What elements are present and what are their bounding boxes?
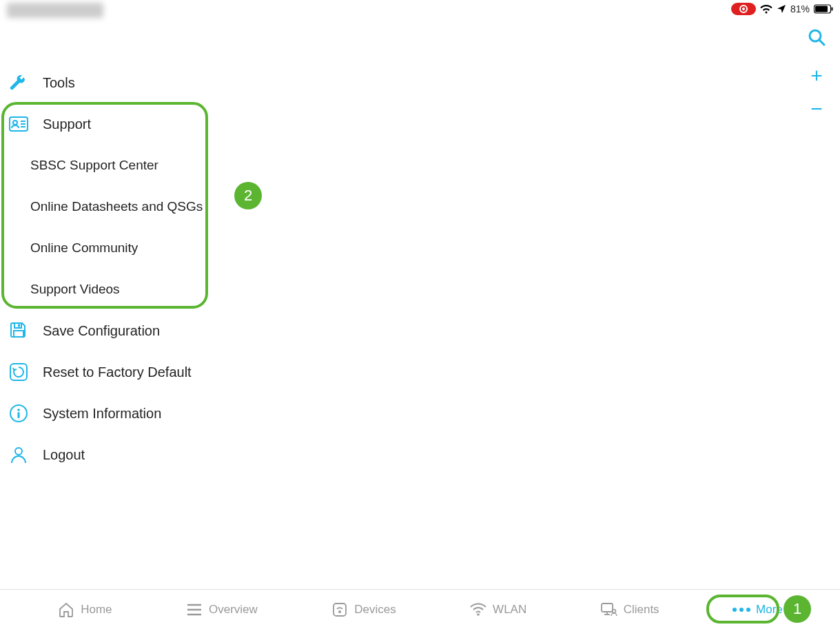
support-item[interactable]: Support (7, 103, 283, 145)
nav-wlan-label: WLAN (493, 603, 526, 617)
save-config-label: Save Configuration (43, 323, 160, 339)
map-tools: + − (807, 28, 826, 116)
zoom-out-button[interactable]: − (810, 102, 823, 116)
callout-badge-2: 2 (234, 182, 262, 209)
nav-more[interactable]: More (733, 601, 783, 619)
battery-percentage: 81% (790, 3, 810, 14)
floppy-disk-icon (7, 319, 30, 342)
window-title-blurred (7, 3, 103, 18)
recording-indicator-icon (731, 3, 756, 15)
wrench-icon (7, 71, 30, 94)
more-dots-icon (733, 601, 750, 619)
logout-item[interactable]: Logout (7, 434, 283, 475)
user-icon (7, 443, 30, 466)
svg-rect-16 (18, 412, 20, 418)
svg-rect-21 (334, 604, 346, 616)
factory-reset-item[interactable]: Reset to Factory Default (7, 351, 283, 393)
svg-rect-13 (10, 364, 27, 380)
nav-overview-label: Overview (209, 603, 258, 617)
svg-point-22 (338, 610, 341, 613)
support-label: Support (43, 116, 91, 132)
svg-rect-12 (14, 331, 23, 337)
home-icon (57, 601, 75, 619)
wifi-icon (760, 4, 772, 14)
nav-devices-label: Devices (354, 603, 396, 617)
info-icon (7, 402, 30, 425)
nav-home[interactable]: Home (57, 601, 112, 619)
nav-devices[interactable]: Devices (331, 601, 396, 619)
zoom-in-button[interactable]: + (810, 69, 823, 83)
device-icon (331, 601, 349, 619)
system-info-item[interactable]: System Information (7, 393, 283, 434)
nav-clients-label: Clients (624, 603, 659, 617)
bottom-nav: Home Overview Devices WLAN Clients More (0, 589, 840, 629)
reset-icon (7, 360, 30, 384)
id-card-icon (7, 112, 30, 136)
callout-badge-1: 1 (783, 595, 811, 623)
battery-icon (814, 4, 833, 14)
svg-point-15 (17, 409, 20, 411)
factory-reset-label: Reset to Factory Default (43, 364, 192, 380)
tools-item[interactable]: Tools (7, 62, 283, 103)
svg-rect-2 (832, 8, 833, 11)
svg-rect-11 (18, 324, 20, 327)
support-sub-community[interactable]: Online Community (7, 227, 283, 269)
menu-lines-icon (185, 601, 203, 619)
status-bar: 81% (731, 3, 833, 15)
svg-point-17 (15, 448, 22, 455)
nav-overview[interactable]: Overview (185, 601, 258, 619)
location-icon (777, 4, 786, 14)
support-sub-sbsc[interactable]: SBSC Support Center (7, 145, 283, 186)
nav-wlan[interactable]: WLAN (469, 601, 526, 619)
save-config-item[interactable]: Save Configuration (7, 310, 283, 351)
svg-point-6 (13, 121, 17, 125)
support-sub-videos[interactable]: Support Videos (7, 269, 283, 310)
svg-point-27 (612, 609, 615, 612)
nav-clients[interactable]: Clients (600, 601, 659, 619)
system-info-label: System Information (43, 406, 161, 422)
search-icon[interactable] (807, 28, 826, 50)
svg-line-4 (819, 40, 824, 45)
logout-label: Logout (43, 447, 85, 463)
clients-icon (600, 601, 618, 619)
svg-point-23 (477, 613, 480, 616)
svg-rect-24 (602, 604, 613, 612)
nav-home-label: Home (81, 603, 112, 617)
svg-rect-1 (815, 6, 828, 12)
tools-label: Tools (43, 75, 75, 91)
wlan-icon (469, 601, 487, 619)
nav-more-label: More (756, 603, 783, 617)
more-menu: Tools Support SBSC Support Center Online… (7, 62, 283, 475)
